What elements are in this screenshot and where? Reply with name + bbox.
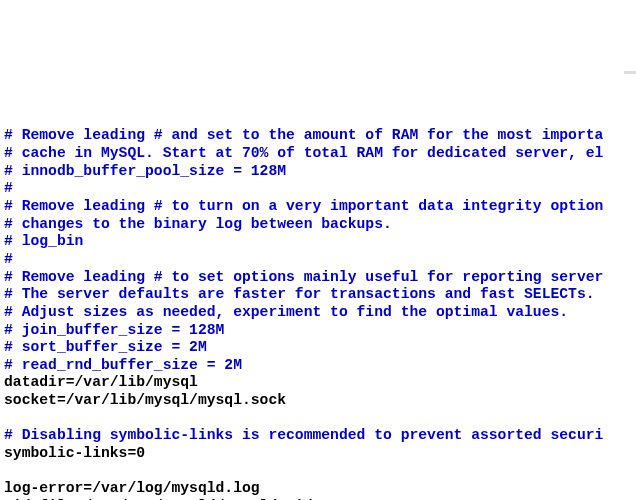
editor-line[interactable]: # Disabling symbolic-links is recommende… — [4, 427, 632, 445]
editor-line[interactable]: # — [4, 251, 632, 269]
editor-line[interactable]: # Adjust sizes as needed, experiment to … — [4, 304, 632, 322]
editor-line[interactable]: datadir=/var/lib/mysql — [4, 374, 632, 392]
scrollbar-indicator — [624, 71, 636, 74]
editor-line[interactable]: # Remove leading # to set options mainly… — [4, 269, 632, 287]
editor-line[interactable]: # Remove leading # to turn on a very imp… — [4, 198, 632, 216]
editor-line[interactable]: # log_bin — [4, 233, 632, 251]
editor-line[interactable]: # sort_buffer_size = 2M — [4, 339, 632, 357]
editor-line[interactable]: # join_buffer_size = 128M — [4, 322, 632, 340]
editor-line[interactable]: symbolic-links=0 — [4, 445, 632, 463]
editor-line[interactable]: socket=/var/lib/mysql/mysql.sock — [4, 392, 632, 410]
editor-line[interactable]: # — [4, 180, 632, 198]
editor-line[interactable] — [4, 410, 632, 428]
editor-line[interactable]: # Remove leading # and set to the amount… — [4, 127, 632, 145]
editor-line[interactable]: # cache in MySQL. Start at 70% of total … — [4, 145, 632, 163]
editor-line[interactable]: # innodb_buffer_pool_size = 128M — [4, 163, 632, 181]
editor-line[interactable]: # The server defaults are faster for tra… — [4, 286, 632, 304]
editor-line[interactable] — [4, 463, 632, 481]
text-editor[interactable]: # Remove leading # and set to the amount… — [0, 71, 636, 500]
editor-line[interactable]: # read_rnd_buffer_size = 2M — [4, 357, 632, 375]
editor-line[interactable]: log-error=/var/log/mysqld.log — [4, 480, 632, 498]
editor-line[interactable]: # changes to the binary log between back… — [4, 216, 632, 234]
